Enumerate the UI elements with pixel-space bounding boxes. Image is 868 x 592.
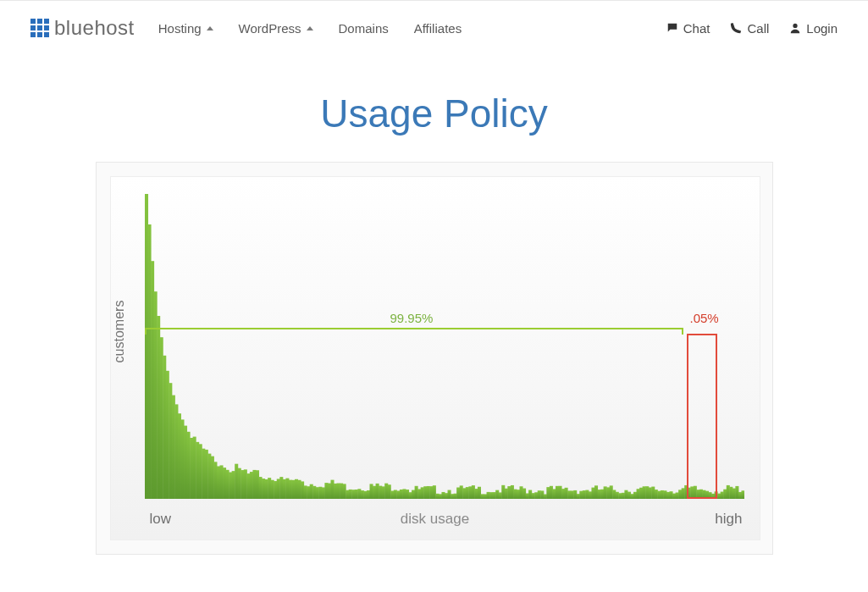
svg-rect-13 [180, 419, 184, 499]
svg-rect-147 [582, 490, 585, 499]
svg-rect-101 [445, 493, 448, 499]
svg-rect-116 [489, 492, 493, 499]
svg-rect-174 [663, 490, 666, 499]
svg-rect-8 [165, 371, 169, 499]
svg-rect-54 [303, 485, 307, 499]
svg-rect-113 [480, 494, 484, 499]
svg-rect-39 [258, 477, 262, 499]
svg-rect-48 [285, 479, 289, 499]
chat-label: Chat [683, 21, 710, 36]
nav-wordpress-label: WordPress [239, 21, 301, 36]
svg-rect-2 [147, 224, 151, 499]
svg-rect-11 [174, 404, 178, 499]
svg-rect-92 [417, 489, 421, 499]
svg-rect-81 [384, 484, 388, 499]
login-link[interactable]: Login [789, 21, 838, 36]
svg-rect-163 [630, 494, 633, 499]
svg-rect-95 [426, 486, 429, 499]
svg-rect-156 [609, 485, 612, 499]
svg-rect-75 [366, 490, 369, 499]
svg-rect-35 [246, 473, 250, 499]
svg-rect-60 [321, 487, 324, 499]
svg-rect-66 [340, 484, 343, 499]
phone-icon [730, 22, 742, 34]
svg-rect-112 [477, 487, 480, 499]
svg-rect-141 [564, 488, 567, 499]
svg-rect-18 [196, 442, 199, 499]
svg-rect-199 [738, 492, 741, 499]
svg-rect-157 [612, 490, 616, 499]
header: bluehost Hosting WordPress Domains Affil… [0, 1, 868, 55]
page-title: Usage Policy [0, 91, 868, 136]
svg-rect-22 [207, 454, 211, 499]
svg-rect-162 [627, 492, 630, 499]
svg-rect-27 [223, 468, 226, 499]
svg-rect-17 [192, 437, 196, 499]
svg-rect-104 [453, 494, 456, 499]
svg-rect-85 [396, 490, 400, 499]
svg-rect-178 [675, 493, 678, 500]
svg-rect-172 [657, 491, 661, 499]
svg-rect-115 [486, 492, 489, 499]
svg-rect-148 [585, 490, 589, 499]
svg-rect-125 [516, 490, 519, 499]
brand[interactable]: bluehost [30, 16, 135, 40]
header-right: Chat Call Login [666, 21, 838, 36]
svg-rect-108 [465, 487, 468, 499]
svg-rect-21 [204, 450, 207, 499]
svg-rect-198 [735, 486, 738, 499]
svg-rect-196 [729, 487, 733, 499]
chart-xlabel: disk usage [401, 511, 469, 528]
svg-rect-25 [216, 466, 219, 499]
svg-rect-137 [552, 489, 556, 499]
svg-rect-20 [202, 449, 205, 499]
svg-rect-62 [327, 484, 330, 499]
svg-rect-38 [255, 470, 258, 499]
svg-rect-72 [357, 489, 361, 499]
svg-rect-135 [546, 487, 550, 499]
svg-rect-175 [666, 492, 669, 499]
highlight-high [687, 334, 717, 499]
svg-rect-58 [315, 487, 318, 499]
svg-rect-158 [615, 492, 618, 499]
svg-rect-52 [297, 480, 301, 499]
svg-point-0 [793, 24, 798, 28]
bracket-low [145, 328, 683, 335]
svg-rect-159 [618, 493, 622, 499]
svg-rect-139 [558, 486, 561, 499]
chart: customers 99.95% .05% low high disk usag… [110, 176, 760, 540]
svg-rect-114 [484, 494, 487, 499]
call-link[interactable]: Call [730, 21, 769, 36]
nav-domains[interactable]: Domains [339, 21, 389, 36]
svg-rect-55 [307, 486, 310, 499]
svg-rect-153 [600, 490, 604, 499]
chart-card: customers 99.95% .05% low high disk usag… [96, 162, 773, 555]
chat-link[interactable]: Chat [666, 21, 710, 36]
svg-rect-10 [171, 396, 174, 499]
call-label: Call [747, 21, 769, 36]
nav-wordpress[interactable]: WordPress [239, 21, 313, 36]
svg-rect-63 [330, 480, 334, 499]
svg-rect-142 [567, 490, 571, 499]
svg-rect-47 [282, 479, 285, 499]
svg-rect-51 [295, 479, 298, 499]
chart-plot: 99.95% .05% [145, 194, 743, 497]
svg-rect-79 [379, 486, 382, 499]
svg-rect-53 [301, 481, 304, 499]
nav-hosting[interactable]: Hosting [158, 21, 213, 36]
svg-rect-41 [264, 479, 268, 499]
nav-affiliates[interactable]: Affiliates [414, 21, 462, 36]
svg-rect-50 [291, 480, 295, 499]
svg-rect-97 [432, 485, 435, 499]
chart-ylabel: customers [112, 301, 127, 363]
svg-rect-119 [498, 492, 501, 499]
svg-rect-126 [519, 486, 522, 499]
svg-rect-109 [468, 486, 472, 499]
svg-rect-128 [525, 493, 528, 499]
svg-rect-94 [423, 486, 427, 499]
svg-rect-160 [621, 493, 624, 499]
svg-rect-73 [360, 490, 363, 499]
grid-icon [30, 19, 49, 37]
svg-rect-74 [363, 491, 367, 499]
chart-svg [145, 194, 744, 499]
